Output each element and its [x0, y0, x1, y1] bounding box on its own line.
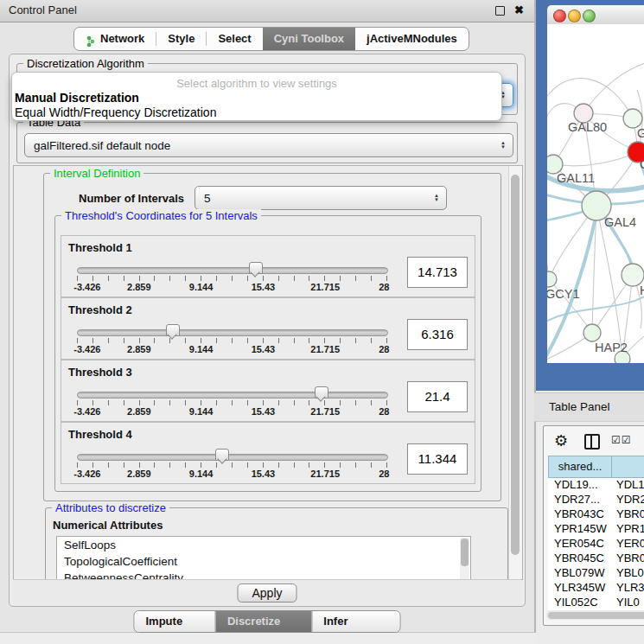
threshold-label: Threshold 3	[68, 366, 132, 379]
slider-handle[interactable]	[249, 262, 263, 274]
network-node-gcy1[interactable]	[547, 271, 557, 287]
table-row[interactable]: YBR045CYBR0	[548, 552, 644, 566]
threshold-slider[interactable]: -3.4262.8599.14415.4321.71528	[77, 454, 386, 480]
slider-handle[interactable]	[215, 449, 229, 461]
table-row[interactable]: YIL052CYIL0	[548, 596, 644, 610]
cell-shared-name: YER054C	[554, 537, 604, 550]
table-panel: ⚙ ☑☑ shared... na YDL19...YDL1YDR27...YD…	[543, 425, 644, 626]
close-button[interactable]	[553, 10, 566, 22]
table-row[interactable]: YLR345WYLR3	[548, 581, 644, 596]
slider-track[interactable]	[77, 392, 388, 399]
network-canvas[interactable]: GAL80GCGAL11GAL4GCY1HHAP2	[547, 24, 644, 363]
cell-shared-name: YLR345W	[554, 581, 605, 594]
table-header: shared... na	[544, 456, 644, 478]
threshold-slider[interactable]: -3.4262.8599.14415.4321.71528	[77, 329, 386, 355]
close-icon[interactable]: ✖	[514, 3, 524, 18]
apply-button[interactable]: Apply	[237, 583, 296, 603]
threshold-value-field[interactable]: 21.4	[407, 381, 468, 412]
checkbox-icons[interactable]: ☑☑	[611, 434, 632, 446]
slider-scale: -3.4262.8599.14415.4321.71528	[77, 282, 387, 292]
slider-handle[interactable]	[315, 386, 328, 399]
cell-name: YIL0	[616, 596, 640, 609]
cell-name: YBL0	[616, 566, 644, 579]
algorithm-group-label: Discretization Algorithm	[23, 57, 148, 70]
column-header-shared-name[interactable]: shared...	[548, 456, 612, 478]
control-panel-window: Control Panel ✖ NetworkStyleSelectCyni T…	[0, 0, 536, 633]
zoom-button[interactable]	[583, 10, 596, 22]
settings-scroll-area: Interval Definition Number of Intervals …	[13, 165, 523, 580]
threshold-value-field[interactable]: 14.713	[407, 257, 468, 288]
list-scrollbar[interactable]	[460, 538, 469, 580]
table-row[interactable]: YDR27...YDR2	[548, 493, 644, 507]
node-label: C	[640, 157, 644, 171]
column-header-name[interactable]: na	[611, 456, 644, 478]
tab-select[interactable]: Select	[207, 28, 262, 50]
vertical-scrollbar[interactable]	[508, 166, 522, 579]
slider-ticks	[77, 400, 387, 405]
cell-shared-name: YBR043C	[554, 507, 604, 520]
table-data-combobox[interactable]: galFiltered.sif default node ▲▼	[24, 133, 513, 157]
thresholds-group-label: Threshold's Coordinates for 5 Intervals	[61, 209, 261, 222]
numerical-attributes-list[interactable]: SelfLoopsTopologicalCoefficientBetweenne…	[56, 536, 471, 580]
tab-cyni-toolbox[interactable]: Cyni Toolbox	[263, 28, 355, 50]
table-row[interactable]: YBR043CYBR0	[548, 507, 644, 522]
cell-shared-name: YIL052C	[554, 596, 598, 609]
cell-name: YBR0	[616, 507, 644, 520]
threshold-value-field[interactable]: 6.316	[407, 319, 468, 350]
vertical-scrollbar-thumb[interactable]	[511, 175, 520, 555]
table-data-group: Table Data galFiltered.sif default node …	[16, 122, 518, 163]
threshold-slider[interactable]: -3.4262.8599.14415.4321.71528	[77, 392, 386, 418]
attributes-group: Attributes to discretize Numerical Attri…	[45, 507, 508, 580]
threshold-slider[interactable]: -3.4262.8599.14415.4321.71528	[77, 267, 386, 293]
node-label: G	[637, 126, 644, 140]
threshold-panel-4: Threshold 4-3.4262.8599.14415.4321.71528…	[61, 422, 475, 484]
slider-track[interactable]	[77, 454, 388, 461]
table-panel-titlebar: Table Panel	[534, 392, 644, 422]
tab-network[interactable]: Network	[74, 28, 156, 50]
attribute-list-item[interactable]: SelfLoops	[57, 537, 470, 553]
table-row[interactable]: YER054CYER0	[548, 537, 644, 552]
network-window-titlebar[interactable]	[547, 5, 644, 25]
cell-shared-name: YDL19...	[554, 478, 598, 491]
threshold-value-field[interactable]: 11.344	[407, 443, 468, 475]
number-of-intervals-spinner[interactable]: 5 ▲▼	[194, 186, 447, 210]
slider-handle[interactable]	[166, 324, 180, 336]
node-label: H	[640, 284, 644, 297]
slider-scale: -3.4262.8599.14415.4321.71528	[77, 344, 387, 354]
threshold-label: Threshold 4	[68, 428, 132, 441]
tab-discretize-data[interactable]: Discretize Data	[215, 611, 311, 632]
table-row[interactable]: YDL19...YDL1	[548, 478, 644, 493]
split-columns-icon[interactable]	[584, 434, 600, 450]
table-data-value: galFiltered.sif default node	[34, 139, 170, 152]
float-window-icon[interactable]	[495, 6, 505, 16]
horizontal-scrollbar-thumb[interactable]	[548, 612, 644, 619]
dropdown-option-equal-width-frequency[interactable]: Equal Width/Frequency Discretization	[15, 105, 216, 119]
slider-ticks	[77, 338, 387, 343]
network-view-window: GAL80GCGAL11GAL4GCY1HHAP2	[536, 0, 644, 391]
table-rows: YDL19...YDL1YDR27...YDR2YBR043CYBR0YPR14…	[548, 478, 644, 610]
node-label: GAL11	[557, 171, 595, 185]
dropdown-option-manual-discretization[interactable]: Manual Discretization	[15, 91, 139, 105]
table-row[interactable]: YBL079WYBL0	[548, 566, 644, 581]
attribute-list-item[interactable]: TopologicalCoefficient	[57, 553, 470, 570]
tab-jactivemnodules[interactable]: jActiveMNodules	[355, 28, 469, 50]
gear-icon[interactable]: ⚙	[554, 431, 568, 450]
cell-shared-name: YDR27...	[554, 493, 600, 506]
tab-infer-network[interactable]: Infer Network	[311, 611, 399, 632]
cell-name: YPR1	[616, 522, 644, 535]
slider-track[interactable]	[77, 329, 388, 336]
network-graph: GAL80GCGAL11GAL4GCY1HHAP2	[547, 24, 644, 363]
tab-impute-data[interactable]: Impute Data	[135, 611, 215, 632]
cell-name: YDL1	[616, 478, 644, 491]
tab-style[interactable]: Style	[156, 28, 206, 50]
minimize-button[interactable]	[568, 10, 581, 22]
network-node-hap2[interactable]	[583, 324, 601, 341]
slider-track[interactable]	[77, 267, 388, 274]
list-scrollbar-thumb[interactable]	[461, 539, 469, 566]
slider-ticks	[77, 276, 387, 281]
cell-name: YBR0	[616, 552, 644, 564]
network-node-g[interactable]	[623, 109, 642, 128]
table-row[interactable]: YPR145WYPR1	[548, 522, 644, 537]
horizontal-scrollbar[interactable]	[546, 610, 644, 620]
dropdown-placeholder-option[interactable]: Select algorithm to view settings	[12, 77, 501, 90]
